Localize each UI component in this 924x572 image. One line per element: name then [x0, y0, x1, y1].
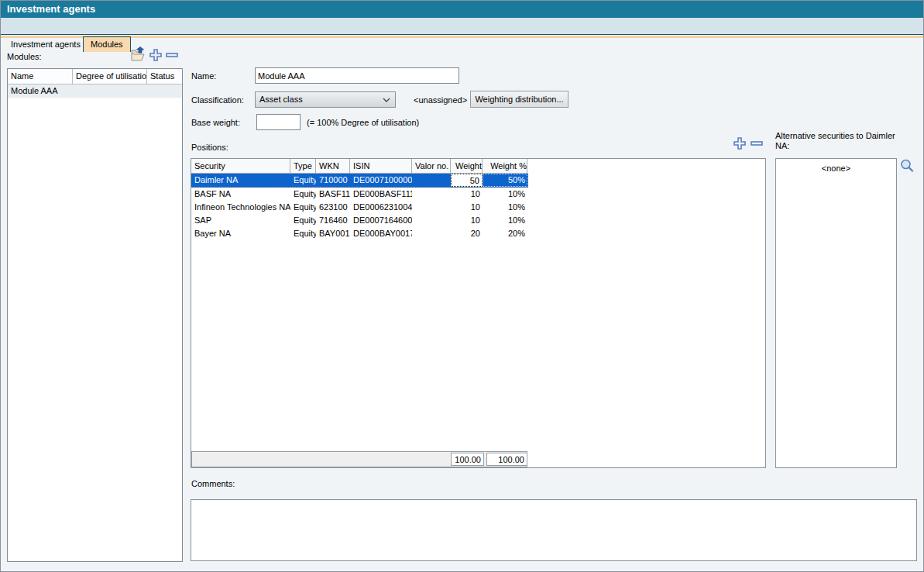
- remove-position-icon[interactable]: [750, 136, 764, 152]
- name-label: Name:: [191, 71, 216, 81]
- tab-investment-agents[interactable]: Investment agents: [4, 37, 88, 51]
- cell-isin: DE000BAY0017: [350, 227, 412, 240]
- cell-weight: 20: [451, 227, 483, 240]
- cell-wkn: BAY001: [316, 227, 350, 240]
- col-weight-pct[interactable]: Weight %: [483, 159, 527, 173]
- classification-dropdown[interactable]: Asset class: [255, 91, 396, 108]
- add-position-icon[interactable]: [733, 136, 747, 152]
- base-weight-input[interactable]: [256, 114, 301, 130]
- cell-security: BASF NA: [191, 188, 290, 201]
- col-valor-no[interactable]: Valor no.: [412, 159, 451, 173]
- cell-wkn: 710000: [316, 174, 350, 187]
- app-window: Investment agents Investment agents Modu…: [0, 0, 924, 572]
- weight-edit-cell[interactable]: 50: [451, 174, 483, 187]
- cell-isin: DE0007164600: [350, 214, 412, 227]
- base-weight-label: Base weight:: [191, 118, 240, 127]
- module-degree: [73, 84, 147, 98]
- col-status[interactable]: Status: [147, 69, 182, 84]
- classification-label: Classification:: [191, 95, 244, 105]
- name-input[interactable]: [255, 67, 459, 84]
- cell-weight-pct: 10%: [483, 188, 527, 201]
- position-row-sap[interactable]: SAP Equity 716460 DE0007164600 10 10%: [191, 214, 528, 227]
- positions-header: Security Type WKN ISIN Valor no. Weight …: [191, 159, 528, 174]
- tab-bar: Investment agents Modules: [1, 18, 923, 35]
- cell-type: Equity: [290, 188, 316, 201]
- cell-isin: DE0007100000: [350, 174, 412, 187]
- cell-valor: [412, 201, 451, 214]
- total-weight: 100.00: [451, 453, 484, 466]
- cell-security: SAP: [191, 214, 290, 227]
- cell-valor: [412, 174, 451, 187]
- col-name[interactable]: Name: [8, 69, 73, 84]
- col-degree-of-utilisation[interactable]: Degree of utilisation: [73, 69, 147, 84]
- module-name: Module AAA: [8, 84, 73, 98]
- col-weight[interactable]: Weight: [451, 159, 483, 173]
- cell-type: Equity: [290, 214, 316, 227]
- cell-weight: 10: [451, 201, 483, 214]
- cell-security: Infineon Technologies NA: [191, 201, 290, 214]
- col-wkn[interactable]: WKN: [316, 159, 350, 173]
- modules-table: Name Degree of utilisation Status Module…: [7, 68, 183, 562]
- active-tab-strip: [1, 36, 923, 38]
- cell-weight-pct: 50%: [483, 174, 527, 187]
- positions-label: Positions:: [191, 143, 228, 152]
- col-isin[interactable]: ISIN: [350, 159, 412, 173]
- positions-table: Security Type WKN ISIN Valor no. Weight …: [191, 158, 766, 468]
- tab-modules[interactable]: Modules: [83, 36, 131, 52]
- alternative-securities-list[interactable]: <none>: [775, 158, 897, 468]
- position-row-infineon[interactable]: Infineon Technologies NA Equity 623100 D…: [191, 201, 528, 214]
- add-module-icon[interactable]: [149, 48, 163, 64]
- window-title: Investment agents: [1, 1, 923, 18]
- cell-wkn: 716460: [316, 214, 350, 227]
- unassigned-text: <unassigned>: [414, 95, 467, 105]
- cell-isin: DE0006231004: [350, 201, 412, 214]
- comments-textarea[interactable]: [191, 499, 917, 561]
- cell-weight-pct: 10%: [483, 214, 527, 227]
- classification-value: Asset class: [259, 95, 303, 104]
- search-icon[interactable]: [899, 158, 915, 175]
- cell-wkn: BASF11: [316, 188, 350, 201]
- weighting-distribution-button[interactable]: Weighting distribution...: [470, 91, 568, 108]
- modules-table-header: Name Degree of utilisation Status: [8, 69, 182, 84]
- alternative-securities-value: <none>: [822, 164, 850, 173]
- module-row[interactable]: Module AAA: [8, 84, 182, 98]
- cell-type: Equity: [290, 201, 316, 214]
- col-type[interactable]: Type: [290, 159, 316, 173]
- position-row-basf[interactable]: BASF NA Equity BASF11 DE000BASF111 10 10…: [191, 188, 528, 201]
- remove-module-icon[interactable]: [165, 48, 179, 64]
- cell-security: Bayer NA: [191, 227, 290, 240]
- comments-label: Comments:: [191, 479, 235, 488]
- cell-type: Equity: [290, 174, 316, 187]
- alternative-securities-label: Alternative securities to Daimler NA:: [775, 131, 903, 151]
- cell-valor: [412, 188, 451, 201]
- cell-valor: [412, 227, 451, 240]
- col-security[interactable]: Security: [191, 159, 290, 173]
- cell-valor: [412, 214, 451, 227]
- position-row-daimler[interactable]: Daimler NA Equity 710000 DE0007100000 50…: [191, 174, 528, 188]
- base-weight-hint: (= 100% Degree of utilisation): [307, 118, 419, 127]
- chevron-down-icon: [383, 98, 390, 102]
- cell-weight: 10: [451, 214, 483, 227]
- modules-label: Modules:: [7, 52, 42, 61]
- cell-weight-pct: 10%: [483, 201, 527, 214]
- module-status: [147, 84, 182, 98]
- cell-wkn: 623100: [316, 201, 350, 214]
- total-weight-pct: 100.00: [486, 453, 527, 466]
- cell-weight: 10: [451, 188, 483, 201]
- cell-isin: DE000BASF111: [350, 188, 412, 201]
- cell-security: Daimler NA: [191, 174, 290, 187]
- cell-type: Equity: [290, 227, 316, 240]
- positions-totals-bar: 100.00 100.00: [191, 451, 527, 467]
- position-row-bayer[interactable]: Bayer NA Equity BAY001 DE000BAY0017 20 2…: [191, 227, 528, 240]
- open-folder-icon[interactable]: [129, 47, 146, 65]
- cell-weight-pct: 20%: [483, 227, 527, 240]
